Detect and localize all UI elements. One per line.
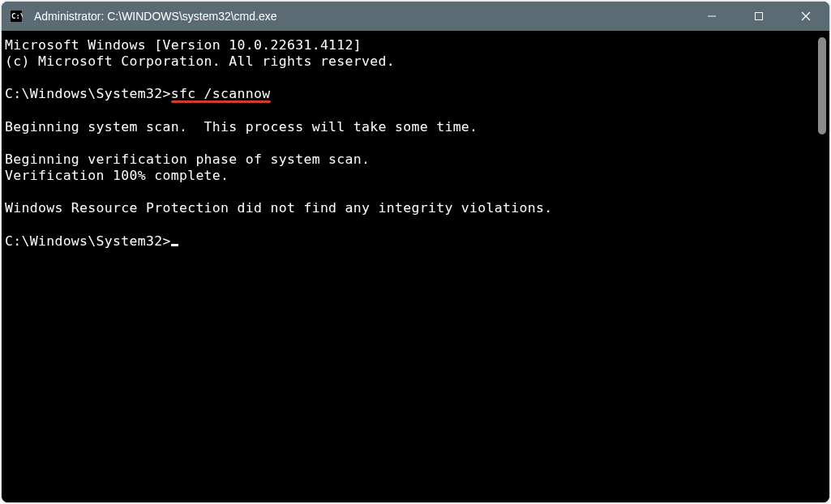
close-button[interactable]: [782, 2, 829, 31]
cmd-window: C:\ Administrator: C:\WINDOWS\system32\c…: [2, 2, 829, 502]
cmd-icon: C:\: [10, 10, 23, 23]
output-line: Verification 100% complete.: [5, 168, 229, 183]
minimize-button[interactable]: [688, 2, 735, 31]
command: sfc /scannow: [171, 86, 271, 101]
output-line: Beginning system scan. This process will…: [5, 119, 478, 135]
scrollbar-thumb[interactable]: [818, 37, 826, 135]
window-controls: [688, 2, 829, 31]
terminal-output[interactable]: Microsoft Windows [Version 10.0.22631.41…: [2, 31, 816, 502]
cursor: [171, 244, 178, 246]
prompt-line: C:\Windows\System32>: [5, 233, 178, 249]
svg-text:C:\: C:\: [11, 12, 23, 20]
svg-rect-3: [756, 13, 763, 20]
titlebar[interactable]: C:\ Administrator: C:\WINDOWS\system32\c…: [2, 2, 829, 31]
maximize-button[interactable]: [735, 2, 782, 31]
output-line: (c) Microsoft Corporation. All rights re…: [5, 53, 395, 69]
command-text: sfc /scannow: [171, 86, 271, 101]
close-icon: [801, 11, 811, 21]
annotation-underline: [171, 100, 271, 103]
output-line: Beginning verification phase of system s…: [5, 152, 370, 167]
prompt-line: C:\Windows\System32>sfc /scannow: [5, 86, 271, 101]
prompt: C:\Windows\System32>: [5, 233, 171, 249]
minimize-icon: [707, 11, 717, 21]
terminal-area: Microsoft Windows [Version 10.0.22631.41…: [2, 31, 829, 502]
output-line: Microsoft Windows [Version 10.0.22631.41…: [5, 37, 362, 53]
maximize-icon: [754, 11, 764, 21]
prompt: C:\Windows\System32>: [5, 86, 171, 101]
scrollbar-track[interactable]: [816, 31, 828, 502]
output-line: Windows Resource Protection did not find…: [5, 200, 552, 216]
window-title: Administrator: C:\WINDOWS\system32\cmd.e…: [31, 10, 688, 23]
